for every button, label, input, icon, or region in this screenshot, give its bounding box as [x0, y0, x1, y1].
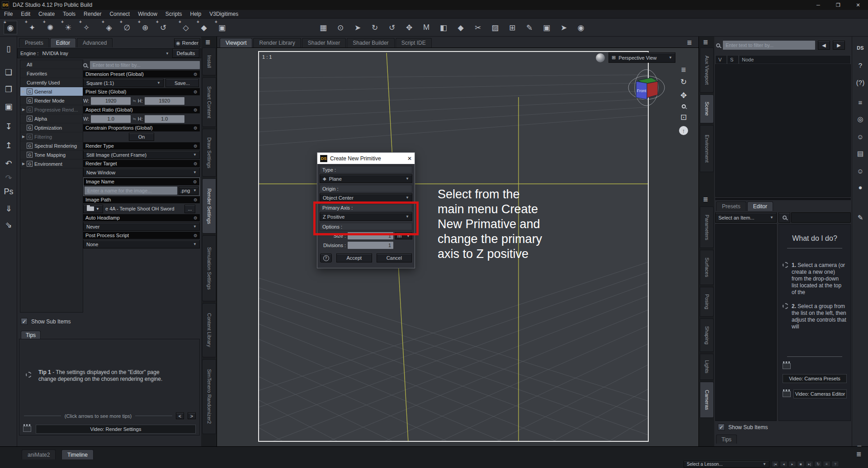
new-file-icon[interactable]: ▯: [3, 43, 14, 55]
menu-file[interactable]: File: [0, 11, 17, 17]
open-file-icon[interactable]: ❏: [3, 66, 14, 78]
dock-tab-install[interactable]: Install: [202, 47, 216, 75]
create-node-icon[interactable]: +◆: [197, 21, 211, 34]
dock-tab-parameters[interactable]: Parameters: [700, 206, 714, 248]
install-bridge-icon[interactable]: ⇘: [3, 219, 14, 231]
dock-tab-aux-viewport[interactable]: Aux Viewport: [700, 47, 714, 93]
menu-window[interactable]: Window: [134, 11, 161, 17]
video-cameras-editor-button[interactable]: Video: Cameras Editor: [793, 389, 847, 398]
gear-icon[interactable]: ⚙: [193, 144, 198, 149]
timeline-menu-icon[interactable]: ≣: [856, 450, 862, 458]
tab-animate2[interactable]: aniMate2: [22, 449, 56, 459]
import-icon[interactable]: ↧: [3, 121, 14, 132]
origin-dropdown[interactable]: Object Center▼: [320, 193, 412, 202]
scene-tree[interactable]: [715, 64, 851, 197]
photoshop-bridge-icon[interactable]: Ps: [3, 186, 14, 197]
tab-camera-presets[interactable]: Presets: [716, 201, 746, 211]
viewport-pane-menu-icon[interactable]: ≣: [687, 39, 692, 46]
gear-icon[interactable]: ⚙: [193, 89, 198, 94]
rotate-tool-icon[interactable]: ↻: [368, 21, 382, 34]
link-wh-icon[interactable]: ≒: [132, 117, 136, 121]
primary-axis-dropdown[interactable]: Z Positive▼: [320, 212, 412, 221]
create-center-icon[interactable]: +⊕: [138, 21, 152, 34]
dialog-help-button[interactable]: ?: [320, 253, 332, 262]
show-sub-items-checkbox[interactable]: ✓: [21, 318, 28, 325]
constrain-on-button[interactable]: On: [129, 133, 154, 141]
camera-tool-icon[interactable]: ◉: [574, 21, 588, 34]
group-all[interactable]: All: [20, 60, 83, 69]
scene-grid-icon[interactable]: ▦: [316, 21, 330, 34]
help-icon[interactable]: (?): [854, 76, 866, 88]
dialog-title-bar[interactable]: DS Create New Primitive ✕: [317, 153, 415, 164]
tab-render-library[interactable]: Render Library: [253, 38, 301, 47]
daz-home-icon[interactable]: DS: [854, 42, 866, 54]
divisions-field[interactable]: 1: [348, 242, 393, 249]
lesson-stop-button[interactable]: ■: [797, 461, 805, 467]
dock-tab-render-settings[interactable]: Render Settings: [202, 178, 216, 234]
render-type-dropdown[interactable]: Still Image (Current Frame)▼: [83, 150, 200, 159]
dock-menu-icon[interactable]: ≣: [703, 196, 708, 203]
group-spectral[interactable]: GSpectral Rendering: [20, 141, 83, 150]
next-filter-button[interactable]: ▶: [833, 41, 845, 50]
zoom-tool-icon[interactable]: [682, 104, 686, 108]
content-grid-icon[interactable]: ▤: [854, 148, 866, 159]
pane-splitter[interactable]: [715, 198, 851, 200]
orbit-tool-icon[interactable]: ↻: [680, 77, 687, 87]
lesson-loop-button[interactable]: ↻: [814, 461, 822, 467]
dock-menu-icon[interactable]: ≣: [703, 38, 708, 46]
size-field[interactable]: 1: [348, 232, 393, 239]
edit-globe-icon[interactable]: ✎: [854, 212, 866, 224]
select-item-dropdown[interactable]: Select an Item...▼: [715, 212, 777, 223]
tab-presets[interactable]: Presets: [19, 38, 49, 47]
tab-shader-builder[interactable]: Shader Builder: [347, 38, 394, 47]
menu-render[interactable]: Render: [80, 11, 105, 17]
video-camera-presets-button[interactable]: Video: Camera Presets: [783, 374, 847, 383]
camera-group-list[interactable]: [715, 224, 777, 421]
auto-headlamp-dropdown[interactable]: Never▼: [83, 222, 200, 231]
whats-this-icon[interactable]: ?: [854, 59, 866, 71]
dimension-preset-dropdown[interactable]: Square (1:1)▼: [83, 79, 164, 87]
gear-icon[interactable]: ⚙: [193, 161, 198, 166]
primitive-tool-icon[interactable]: ▣: [540, 21, 553, 34]
drawstyle-sphere-icon[interactable]: [596, 53, 605, 62]
image-ext-dropdown[interactable]: .png▼: [179, 187, 198, 195]
dock-tab-lights[interactable]: Lights: [700, 354, 714, 380]
group-favorites[interactable]: Favorites: [20, 69, 83, 78]
tab-editor[interactable]: Editor: [50, 38, 76, 47]
dock-tab-draw-settings[interactable]: Draw Settings: [202, 129, 216, 177]
translate-tool-icon[interactable]: ✥: [402, 21, 416, 34]
home-view-icon[interactable]: ↑: [679, 126, 688, 135]
camera-view-dropdown[interactable]: ⊞ Perspective View▼: [609, 52, 675, 63]
group-filtering[interactable]: ▶GFiltering: [20, 132, 83, 141]
menu-connect[interactable]: Connect: [105, 11, 134, 17]
create-null-icon[interactable]: +∅: [120, 21, 134, 34]
link-wh-icon[interactable]: ≒: [132, 98, 136, 103]
node-select-icon[interactable]: ➤: [351, 21, 364, 34]
tab-tips[interactable]: Tips: [716, 435, 737, 444]
gear-icon[interactable]: ⚙: [193, 108, 198, 112]
column-node[interactable]: Node: [739, 55, 851, 64]
tab-tips[interactable]: Tips: [21, 331, 41, 339]
image-path-folder-button[interactable]: ▼: [83, 205, 103, 213]
tab-timeline[interactable]: Timeline: [61, 449, 94, 459]
group-currently-used[interactable]: Currently Used: [20, 78, 83, 87]
create-group-icon[interactable]: +◈: [102, 21, 116, 34]
record-icon[interactable]: ◎: [854, 113, 866, 125]
tab-viewport[interactable]: Viewport: [220, 38, 252, 47]
export-icon[interactable]: ↥: [3, 140, 14, 151]
lesson-dropdown[interactable]: Select a Lesson...▼: [684, 461, 769, 468]
gear-icon[interactable]: ⚙: [193, 233, 198, 238]
pan-tool-icon[interactable]: ✥: [680, 91, 687, 100]
scene-filter-input[interactable]: [723, 41, 815, 50]
aspect-height-field[interactable]: 1.0: [145, 115, 184, 123]
lesson-next-button[interactable]: ▸|: [806, 461, 813, 467]
gear-icon[interactable]: ⚙: [193, 197, 198, 202]
group-alpha[interactable]: GAlpha: [20, 114, 83, 123]
editor-filter-input[interactable]: [791, 212, 851, 223]
frame-tool-icon[interactable]: ⊡: [680, 112, 687, 122]
tab-camera-editor[interactable]: Editor: [747, 201, 773, 211]
surface-select-icon[interactable]: ◧: [437, 21, 450, 34]
gear-icon[interactable]: ⚙: [193, 179, 197, 184]
list-view-icon[interactable]: ≡: [854, 96, 866, 108]
create-point-light-icon[interactable]: +✺: [43, 21, 57, 34]
